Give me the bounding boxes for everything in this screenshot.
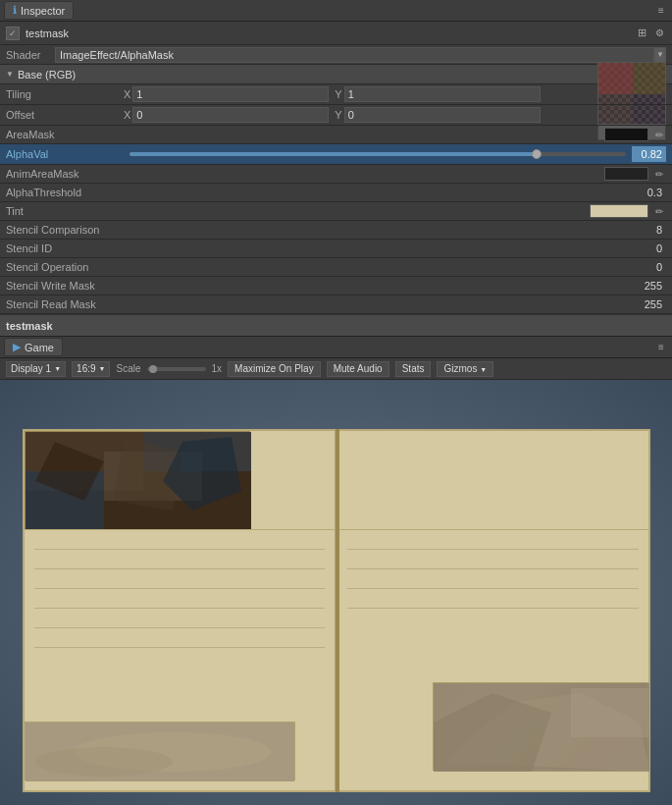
scale-thumb[interactable] (149, 365, 157, 373)
alphaval-row: AlphaVal 0.82 (0, 144, 672, 165)
page-line-6 (34, 647, 325, 648)
stencil-id-label: Stencil ID (6, 242, 182, 254)
book-left-page (23, 429, 336, 792)
tiling-x-input[interactable] (132, 86, 329, 102)
right-page-line-4 (347, 608, 639, 609)
section-header-base-rgb[interactable]: Base (RGB) (0, 65, 672, 84)
alphathreshold-row: AlphaThreshold 0.3 (0, 184, 672, 202)
shader-row: Shader ImageEffect/AlphaMask ▼ (0, 45, 672, 65)
tiling-group: X Y (124, 86, 589, 102)
game-title-bar: ▶ Game ≡ (0, 337, 672, 358)
stencil-write-mask-label: Stencil Write Mask (6, 280, 182, 292)
offset-x-input[interactable] (132, 107, 329, 123)
tiling-label: Tiling (6, 88, 124, 100)
stencil-operation-label: Stencil Operation (6, 261, 182, 273)
offset-row: Offset X Y (0, 105, 672, 126)
tiling-row: Tiling X Y (0, 84, 672, 105)
aspect-label: 16:9 (77, 363, 95, 374)
book-right-page (336, 429, 650, 792)
maximize-on-play-btn[interactable]: Maximize On Play (228, 361, 321, 377)
offset-group: X Y (124, 107, 589, 123)
tiling-x-label: X (124, 88, 130, 100)
hamburger-icon[interactable]: ≡ (654, 4, 668, 18)
tiling-y-input[interactable] (344, 86, 541, 102)
separator-line (25, 529, 335, 530)
object-icons: ⊞ ⚙ (635, 27, 666, 40)
gear-icon[interactable]: ⚙ (652, 27, 666, 40)
stencil-comparison-row: Stencil Comparison 8 (0, 221, 672, 240)
right-page-line-3 (347, 588, 639, 589)
stats-btn[interactable]: Stats (395, 361, 432, 377)
game-hamburger-icon[interactable]: ≡ (654, 341, 668, 354)
rock-texture-svg (26, 432, 251, 530)
dropdown-arrow: ▼ (656, 50, 664, 59)
stencil-operation-row: Stencil Operation 0 (0, 258, 672, 277)
tiling-y-label: Y (335, 88, 341, 100)
tint-swatch[interactable] (590, 204, 648, 218)
stencil-comparison-label: Stencil Comparison (6, 224, 182, 236)
stencil-write-mask-value: 255 (641, 279, 666, 293)
page-line-2 (34, 568, 325, 569)
inspector-title: Inspector (21, 5, 65, 17)
tint-pencil[interactable]: ✏ (652, 204, 666, 218)
animareamask-label: AnimAreaMask (6, 168, 124, 180)
gizmos-label: Gizmos (443, 363, 477, 374)
scale-value: 1x (212, 363, 223, 374)
game-tab[interactable]: ▶ Game (4, 338, 63, 356)
gizmos-arrow: ▼ (480, 366, 487, 373)
gizmos-btn[interactable]: Gizmos ▼ (437, 361, 493, 377)
tint-row: Tint ✏ (0, 202, 672, 221)
offset-y-input[interactable] (344, 107, 541, 123)
shader-label: Shader (6, 49, 55, 61)
alphaval-slider-fill (129, 152, 537, 156)
areamask-pencil[interactable]: ✏ (652, 128, 666, 141)
section-label-base-rgb: Base (RGB) (18, 69, 76, 80)
animareamask-row: AnimAreaMask ✏ (0, 165, 672, 184)
game-icon: ▶ (13, 341, 21, 353)
animareamask-swatch[interactable] (604, 167, 648, 181)
book-spine (336, 429, 339, 792)
svg-point-16 (35, 747, 173, 777)
display-select[interactable]: Display 1 (6, 361, 66, 377)
page-line-5 (34, 627, 325, 628)
tint-label: Tint (6, 205, 124, 217)
active-object-name: testmask (6, 320, 53, 332)
aspect-select[interactable]: 16:9 (72, 361, 110, 377)
alphaval-slider-thumb (532, 149, 542, 159)
scale-track[interactable] (147, 367, 206, 371)
areamask-label: AreaMask (6, 129, 124, 140)
layer-icon[interactable]: ⊞ (635, 27, 648, 40)
alphathreshold-value: 0.3 (644, 186, 666, 199)
active-object-bar: testmask (0, 314, 672, 336)
alphathreshold-label: AlphaThreshold (6, 187, 124, 198)
offset-label: Offset (6, 109, 124, 121)
game-title: Game (25, 342, 54, 353)
stencil-read-mask-row: Stencil Read Mask 255 (0, 295, 672, 314)
page-line-3 (34, 588, 325, 589)
shader-dropdown[interactable]: ▼ (654, 47, 666, 63)
bottom-texture-svg (26, 723, 294, 781)
object-name: testmask (26, 27, 69, 39)
inspector-panel: ℹ Inspector ≡ ✓ testmask ⊞ ⚙ Shader Imag… (0, 0, 672, 337)
page-line-1 (34, 549, 325, 550)
shader-value: ImageEffect/AlphaMask (55, 47, 654, 63)
display-label: Display 1 (11, 363, 51, 374)
alphaval-slider-track[interactable] (129, 152, 626, 156)
stencil-write-mask-row: Stencil Write Mask 255 (0, 277, 672, 295)
mute-audio-btn[interactable]: Mute Audio (327, 361, 389, 377)
stencil-operation-value: 0 (652, 260, 666, 274)
game-panel: ▶ Game ≡ Display 1 16:9 Scale 1x Maximiz… (0, 337, 672, 805)
right-page-line-2 (347, 568, 639, 569)
scale-label: Scale (116, 363, 140, 374)
object-checkbox[interactable]: ✓ (6, 27, 20, 40)
animareamask-pencil[interactable]: ✏ (652, 167, 666, 181)
alphaval-label: AlphaVal (6, 148, 124, 160)
offset-y-label: Y (335, 109, 341, 121)
offset-x-label: X (124, 109, 130, 121)
right-page-line-1 (347, 549, 639, 550)
page-image-bottom-right (433, 682, 648, 771)
inspector-tab[interactable]: ℹ Inspector (4, 1, 74, 20)
stencil-id-value: 0 (652, 242, 666, 255)
inspector-title-bar: ℹ Inspector ≡ (0, 0, 672, 22)
areamask-swatch[interactable] (604, 128, 648, 141)
